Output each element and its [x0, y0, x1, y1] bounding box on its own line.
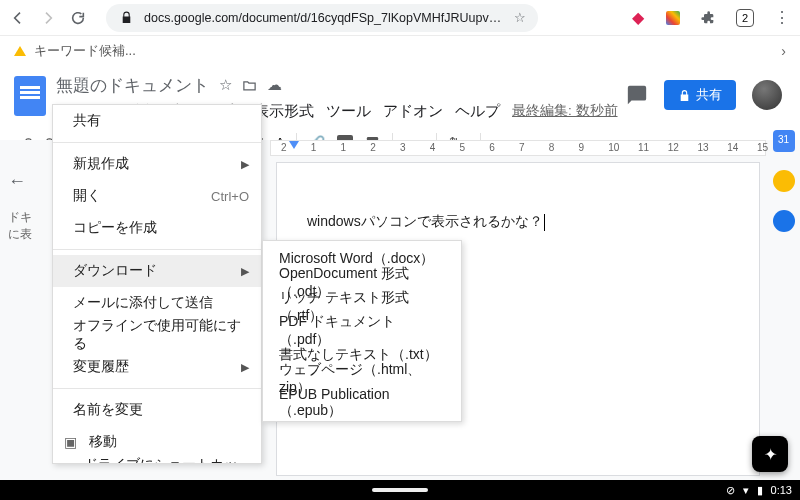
folder-icon: ▣ — [59, 434, 81, 450]
menu-addons[interactable]: アドオン — [383, 102, 443, 121]
star-icon[interactable]: ☆ — [514, 10, 526, 25]
menu-item-offline[interactable]: オフラインで使用可能にする — [53, 319, 261, 351]
tab-count-badge[interactable]: 2 — [736, 9, 754, 27]
calendar-icon[interactable]: 31 — [773, 130, 795, 152]
browser-toolbar: docs.google.com/document/d/16cyqdFSp_7lK… — [0, 0, 800, 36]
document-text[interactable]: windowsパソコンで表示されるかな？ — [307, 213, 545, 231]
outline-text-l1: ドキ — [8, 209, 48, 226]
submenu-arrow-icon: ▶ — [241, 361, 249, 374]
move-doc-icon[interactable] — [242, 78, 257, 93]
menu-item-rename[interactable]: 名前を変更 — [53, 394, 261, 426]
comments-icon[interactable] — [626, 84, 648, 106]
menu-item-share[interactable]: 共有 — [53, 105, 261, 137]
side-panel: 31 — [768, 116, 800, 232]
menu-format[interactable]: 表示形式 — [254, 102, 314, 121]
ext2-icon[interactable] — [666, 11, 680, 25]
share-button[interactable]: 共有 — [664, 80, 736, 110]
ruler[interactable]: 21123456789101112131415 — [270, 140, 766, 156]
file-menu-dropdown: 共有 新規作成▶ 開くCtrl+O コピーを作成 ダウンロード▶ メールに添付し… — [52, 104, 262, 464]
menu-item-download[interactable]: ダウンロード▶ — [53, 255, 261, 287]
last-edit[interactable]: 最終編集: 数秒前 — [512, 102, 618, 121]
text-cursor — [544, 214, 545, 231]
menu-item-new[interactable]: 新規作成▶ — [53, 148, 261, 180]
submenu-arrow-icon: ▶ — [241, 265, 249, 278]
docs-logo-icon[interactable] — [14, 76, 46, 116]
download-epub[interactable]: EPUB Publication（.epub） — [263, 391, 461, 415]
menu-item-shortcut[interactable]: ◈ドライブにショートカットを追加 — [53, 458, 261, 464]
star-doc-icon[interactable]: ☆ — [219, 76, 232, 94]
wifi-icon[interactable]: ▾ — [743, 484, 749, 497]
browser-extensions: ◆ 2 ⋮ — [630, 9, 790, 27]
back-outline-icon[interactable]: ← — [8, 168, 26, 195]
mute-icon[interactable]: ⊘ — [726, 484, 735, 497]
outline-text-l2: に表 — [8, 226, 48, 243]
ads-triangle-icon[interactable] — [14, 46, 26, 56]
menu-item-copy[interactable]: コピーを作成 — [53, 212, 261, 244]
forward-icon[interactable] — [40, 10, 56, 26]
indent-marker-icon[interactable] — [289, 141, 299, 149]
clock[interactable]: 0:13 — [771, 484, 792, 496]
outline-panel: ← ドキ に表 — [8, 168, 48, 244]
avatar[interactable] — [752, 80, 782, 110]
menu-help[interactable]: ヘルプ — [455, 102, 500, 121]
chevron-right-icon[interactable]: › — [781, 43, 786, 59]
nav-pill[interactable] — [372, 488, 428, 492]
lock-icon — [118, 10, 134, 26]
menu-item-history[interactable]: 変更履歴▶ — [53, 351, 261, 383]
browser-menu-icon[interactable]: ⋮ — [774, 10, 790, 26]
url-text: docs.google.com/document/d/16cyqdFSp_7lK… — [144, 11, 504, 25]
bookmark-bar: キーワード候補... › — [0, 36, 800, 66]
system-taskbar: ⊘ ▾ ▮ 0:13 — [0, 480, 800, 500]
download-pdf[interactable]: PDF ドキュメント（.pdf） — [263, 319, 461, 343]
menu-item-open[interactable]: 開くCtrl+O — [53, 180, 261, 212]
menu-item-move[interactable]: ▣移動 — [53, 426, 261, 458]
address-bar[interactable]: docs.google.com/document/d/16cyqdFSp_7lK… — [106, 4, 538, 32]
bookmark-label[interactable]: キーワード候補... — [34, 42, 136, 60]
menu-tools[interactable]: ツール — [326, 102, 371, 121]
menu-item-email[interactable]: メールに添付して送信 — [53, 287, 261, 319]
ext1-icon[interactable]: ◆ — [630, 10, 646, 26]
download-submenu: Microsoft Word（.docx） OpenDocument 形式（.o… — [262, 240, 462, 422]
back-icon[interactable] — [10, 10, 26, 26]
reload-icon[interactable] — [70, 10, 86, 26]
keep-icon[interactable] — [773, 170, 795, 192]
tasks-icon[interactable] — [773, 210, 795, 232]
explore-button[interactable]: ✦ — [752, 436, 788, 472]
submenu-arrow-icon: ▶ — [241, 158, 249, 171]
extensions-icon[interactable] — [700, 10, 716, 26]
doc-title[interactable]: 無題のドキュメント — [56, 74, 209, 97]
cloud-status-icon: ☁ — [267, 76, 282, 94]
battery-icon[interactable]: ▮ — [757, 484, 763, 497]
